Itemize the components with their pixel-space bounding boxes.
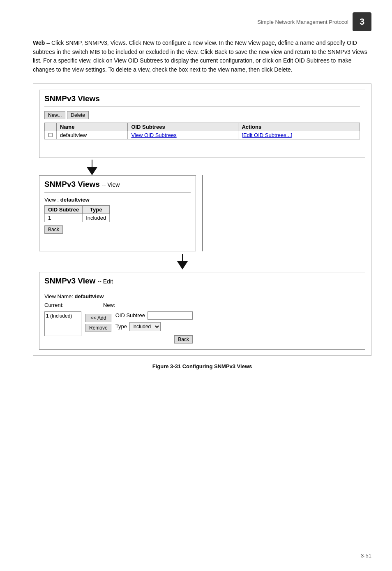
add-button[interactable]: << Add xyxy=(85,314,111,322)
edit-view-name: defaultview xyxy=(74,293,104,299)
view-col-oid: OID Subtree xyxy=(45,205,83,214)
oid-subtree-label: OID Subtree xyxy=(115,312,145,318)
view-view-table: OID Subtree Type 1 Included xyxy=(44,205,110,222)
row-name: defaultview xyxy=(57,131,128,139)
current-label: Current: xyxy=(44,302,64,308)
new-label: New: xyxy=(103,302,115,308)
row-actions[interactable]: [Edit OID Subtrees...] xyxy=(238,131,360,139)
view-table-row: 1 Included xyxy=(45,214,110,222)
view-row-oid: 1 xyxy=(45,214,83,222)
page-header-title: Simple Network Management Protocol xyxy=(257,19,348,25)
new-entry-form: OID Subtree Type Included Excluded Back xyxy=(115,311,193,344)
right-column xyxy=(203,175,371,251)
views-table: Name OID Subtrees Actions ☐ defaultview … xyxy=(44,123,360,139)
type-row: Type Included Excluded xyxy=(115,322,193,331)
add-remove-buttons: << Add Remove xyxy=(85,314,111,332)
view-oid-link[interactable]: View OID Subtrees xyxy=(131,132,176,138)
chapter-badge: 3 xyxy=(353,12,371,31)
view-col-type: Type xyxy=(83,205,110,214)
view-name-value: defaultview xyxy=(60,197,90,203)
view-view-subtitle: -- View xyxy=(102,181,120,188)
type-select[interactable]: Included Excluded xyxy=(129,322,161,331)
delete-button[interactable]: Delete xyxy=(67,111,89,119)
oid-subtree-input[interactable] xyxy=(148,311,193,320)
row-checkbox[interactable]: ☐ xyxy=(45,131,57,139)
col-header-name: Name xyxy=(57,123,128,131)
edit-back-button[interactable]: Back xyxy=(174,335,193,344)
oid-subtree-row: OID Subtree xyxy=(115,311,193,320)
arrow-connector-2 xyxy=(33,254,371,269)
row-view-oid[interactable]: View OID Subtrees xyxy=(128,131,238,139)
edit-oid-link[interactable]: [Edit OID Subtrees...] xyxy=(242,132,292,138)
snmpv3-view-edit-panel: SNMPv3 View -- Edit View Name: defaultvi… xyxy=(39,272,365,350)
edit-title: SNMPv3 View -- Edit xyxy=(44,276,360,286)
snmpv3-views-panel: SNMPv3 Views New... Delete Name OID Subt… xyxy=(39,90,365,158)
intro-text: – Click SNMP, SNMPv3, Views. Click New t… xyxy=(33,39,367,73)
edit-view-name-row: View Name: defaultview xyxy=(44,293,360,299)
view-view-title: SNMPv3 Views -- View xyxy=(44,180,191,189)
edit-back-btn-row: Back xyxy=(115,335,193,344)
edit-content-row: 1 (Included) << Add Remove OID Subtree T… xyxy=(44,311,360,344)
web-label: Web xyxy=(33,39,45,46)
col-header-checkbox xyxy=(45,123,57,131)
current-items-list[interactable]: 1 (Included) xyxy=(44,311,81,336)
col-header-oid: OID Subtrees xyxy=(128,123,238,131)
left-column: SNMPv3 Views -- View View : defaultview … xyxy=(33,175,202,251)
table-row: ☐ defaultview View OID Subtrees [Edit OI… xyxy=(45,131,360,139)
snmpv3-view-view-panel: SNMPv3 Views -- View View : defaultview … xyxy=(39,175,196,251)
col-header-actions: Actions xyxy=(238,123,360,131)
view-view-label: View : defaultview xyxy=(44,197,191,203)
figure-container: SNMPv3 Views New... Delete Name OID Subt… xyxy=(33,84,371,356)
page-number: 3-51 xyxy=(361,552,371,559)
view-row-type: Included xyxy=(83,214,110,222)
edit-subtitle: -- Edit xyxy=(98,278,113,285)
figure-caption: Figure 3-31 Configuring SNMPv3 Views xyxy=(33,363,371,369)
type-label: Type xyxy=(115,323,127,330)
current-item: 1 (Included) xyxy=(46,313,80,319)
view-back-button[interactable]: Back xyxy=(44,225,63,234)
two-col-section: SNMPv3 Views -- View View : defaultview … xyxy=(33,175,371,251)
intro-paragraph: Web – Click SNMP, SNMPv3, Views. Click N… xyxy=(33,39,371,74)
remove-button[interactable]: Remove xyxy=(85,324,111,332)
arrow-connector-1 xyxy=(33,160,371,175)
snmpv3-views-title: SNMPv3 Views xyxy=(44,94,360,103)
current-new-labels: Current: New: xyxy=(44,302,360,308)
new-button[interactable]: New... xyxy=(44,111,65,119)
